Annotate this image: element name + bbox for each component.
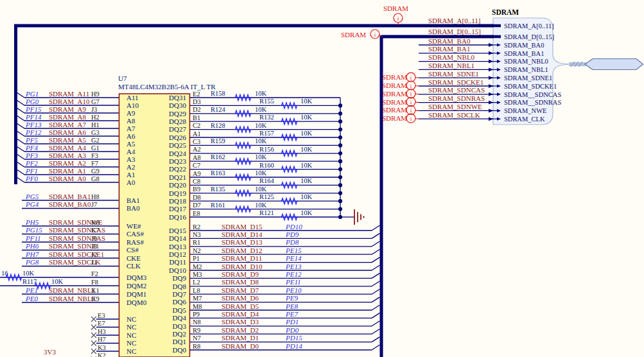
- net-label[interactable]: SDRAM_NBL0: [49, 295, 96, 302]
- resistor-value[interactable]: 10K: [255, 153, 267, 161]
- resistor-value[interactable]: 10K: [300, 177, 313, 184]
- pin-number[interactable]: G3: [91, 129, 100, 136]
- mcu-pin-label[interactable]: PF4: [25, 144, 38, 152]
- net-label[interactable]: SDRAM_NBL1: [428, 62, 474, 69]
- mcu-pin-label[interactable]: PE9: [285, 294, 298, 302]
- resistor-refdes[interactable]: R125: [259, 193, 274, 200]
- net-label[interactable]: SDRAM_D1: [222, 334, 259, 342]
- pin-number[interactable]: F3: [91, 152, 98, 159]
- resistor-value[interactable]: 10K: [300, 209, 313, 216]
- pullup-resistor-R161[interactable]: [234, 206, 252, 212]
- net-label[interactable]: SDRAM_A5: [49, 136, 87, 144]
- harness-entry-label[interactable]: SDRAM_CLK: [504, 116, 545, 123]
- parameter-marker-label[interactable]: SDRAM: [382, 90, 407, 98]
- harness-entry-label[interactable]: SDRAM_D[0..15]: [504, 33, 554, 40]
- pin-number[interactable]: N3: [193, 231, 201, 238]
- harness-entry-label[interactable]: SDRAM_NWE: [504, 107, 547, 114]
- resistor-refdes[interactable]: R117: [22, 278, 37, 285]
- resistor-refdes[interactable]: R132: [259, 114, 274, 121]
- resistor-refdes[interactable]: R156: [259, 146, 274, 153]
- net-label[interactable]: SDRAM_A11: [49, 90, 89, 98]
- resistor-value[interactable]: 10K: [255, 122, 267, 129]
- net-label[interactable]: SDRAM_A3: [49, 152, 87, 159]
- pullup-resistor-R132[interactable]: [281, 119, 298, 125]
- resistor-value[interactable]: 10K: [22, 270, 35, 277]
- pullup-resistor-R163[interactable]: [234, 175, 252, 180]
- pin-number[interactable]: C8: [193, 178, 200, 185]
- net-label[interactable]: SDRAM_D5: [222, 302, 259, 310]
- pin-number[interactable]: D3: [193, 98, 201, 105]
- pin-number[interactable]: H2: [91, 114, 100, 121]
- pin-number[interactable]: J2: [91, 251, 97, 258]
- pin-number[interactable]: B9: [193, 186, 200, 193]
- net-label[interactable]: SDRAM_SDNRAS: [428, 94, 485, 102]
- mcu-pin-label[interactable]: PF13: [25, 121, 42, 128]
- net-label[interactable]: SDRAM_A6: [49, 128, 87, 136]
- sdram-port[interactable]: [585, 59, 643, 70]
- pin-number[interactable]: R9: [193, 327, 200, 334]
- resistor-value[interactable]: 10K: [255, 202, 267, 209]
- resistor-value[interactable]: 10K: [300, 98, 313, 105]
- net-label[interactable]: SDRAM_A2: [49, 159, 86, 167]
- bus-parameter-marker-label[interactable]: SDRAM: [341, 31, 366, 39]
- pin-number[interactable]: R1: [193, 239, 200, 246]
- net-label[interactable]: SDRAM_D12: [222, 247, 263, 254]
- harness-entry-label[interactable]: SDRAM_NBL0: [504, 58, 548, 65]
- mcu-pin-label[interactable]: PF14: [25, 113, 42, 121]
- pin-number[interactable]: K9: [91, 295, 100, 302]
- resistor-refdes[interactable]: R161: [211, 202, 225, 209]
- mcu-pin-label[interactable]: PH5: [25, 218, 39, 226]
- pin-number[interactable]: H3: [98, 328, 106, 335]
- pin-number[interactable]: J1: [91, 259, 97, 266]
- pin-number[interactable]: J7: [91, 201, 97, 208]
- pullup-resistor-R157[interactable]: [281, 135, 298, 141]
- pin-number[interactable]: F7: [91, 160, 98, 167]
- resistor-refdes[interactable]: R162: [211, 153, 225, 161]
- mcu-pin-label[interactable]: PF5: [25, 136, 38, 144]
- mcu-pin-label[interactable]: PH7: [25, 250, 39, 258]
- pullup-resistor-R156[interactable]: [281, 150, 298, 156]
- pullup-resistor-R124[interactable]: [234, 110, 252, 116]
- net-label[interactable]: SDRAM_D11: [222, 254, 262, 262]
- pin-number[interactable]: J8: [91, 243, 97, 250]
- mcu-pin-label[interactable]: PE0: [25, 295, 38, 302]
- net-label[interactable]: SDRAM_BA0: [428, 37, 471, 45]
- net-label[interactable]: SDRAM_A10: [49, 98, 90, 105]
- mcu-pin-label[interactable]: PH6: [25, 242, 39, 250]
- net-label[interactable]: SDRAM_SDNCAS: [428, 86, 485, 94]
- mcu-pin-label[interactable]: PF0: [25, 175, 38, 182]
- pullup-resistor-R121[interactable]: [281, 214, 298, 220]
- pin-number[interactable]: A8: [193, 154, 201, 161]
- pin-number[interactable]: L8: [193, 287, 200, 294]
- pin-number[interactable]: G2: [91, 137, 100, 144]
- mcu-pin-label[interactable]: PE7: [285, 310, 298, 318]
- resistor-refdes[interactable]: R124: [211, 106, 226, 113]
- mcu-pin-label[interactable]: PF3: [25, 152, 38, 159]
- pin-number[interactable]: L2: [193, 279, 200, 286]
- pin-number[interactable]: R2: [193, 223, 200, 231]
- harness-entry-label[interactable]: SDRAM_SDCKE1: [504, 83, 557, 90]
- mcu-pin-label[interactable]: PF15: [25, 105, 42, 113]
- resistor-refdes[interactable]: R159: [211, 137, 225, 144]
- mcu-pin-label[interactable]: PE15: [285, 247, 302, 254]
- pin-number[interactable]: R8: [193, 343, 200, 350]
- mcu-pin-label[interactable]: PD14: [285, 342, 302, 350]
- net-label[interactable]: SDRAM_D13: [222, 238, 263, 246]
- component-refdes[interactable]: U7: [118, 74, 127, 82]
- net-label[interactable]: SDRAM_A4: [49, 144, 87, 152]
- net-label[interactable]: SDRAM_BA0: [49, 200, 91, 208]
- harness-entry-label[interactable]: SDRAM_SDNE1: [504, 74, 552, 82]
- harness-entry-label[interactable]: SDRAM__SDNCAS: [504, 91, 561, 98]
- mcu-pin-label[interactable]: PG5: [25, 193, 39, 200]
- resistor-value[interactable]: 10K: [255, 90, 267, 97]
- net-label[interactable]: SDRAM_D4: [222, 310, 259, 318]
- resistor-value[interactable]: 10K: [255, 137, 267, 144]
- resistor-value[interactable]: 10K: [300, 114, 313, 121]
- pin-number[interactable]: J9: [91, 235, 97, 242]
- pin-number[interactable]: M8: [193, 303, 202, 310]
- pullup-resistor-R164[interactable]: [281, 182, 298, 188]
- net-label[interactable]: SDRAM_D9: [222, 270, 259, 278]
- pin-number[interactable]: D8: [193, 194, 201, 201]
- net-label[interactable]: SDRAM_A1: [49, 167, 86, 175]
- net-label[interactable]: SDRAM_D2: [222, 326, 259, 334]
